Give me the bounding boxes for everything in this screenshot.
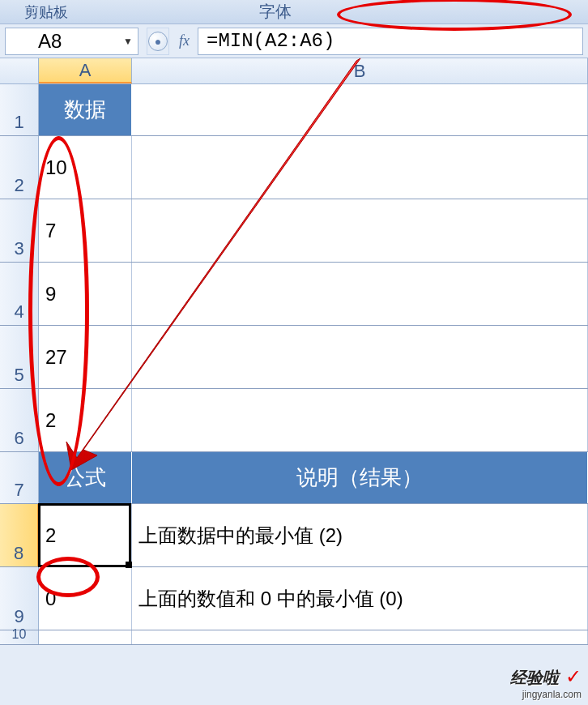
row-7: 7 公式 说明（结果） [0, 452, 588, 504]
formula-input[interactable]: =MIN(A2:A6) [198, 28, 583, 55]
clipboard-group-label: 剪贴板 [24, 2, 68, 22]
cell-b4[interactable] [132, 263, 588, 325]
watermark: 经验啦 ✓ jingyanla.com [510, 665, 582, 700]
cell-a8[interactable]: 2 [39, 504, 132, 566]
formula-text: =MIN(A2:A6) [207, 30, 334, 52]
cell-a3[interactable]: 7 [39, 199, 132, 262]
row-header-2[interactable]: 2 [0, 136, 39, 199]
row-10: 10 [0, 630, 588, 645]
select-all-corner[interactable] [0, 58, 39, 83]
row-6: 6 2 [0, 389, 588, 452]
font-group-label: 字体 [259, 1, 292, 23]
column-header-b[interactable]: B [132, 58, 588, 83]
name-box-value: A8 [38, 30, 62, 53]
column-headers: A B [0, 58, 588, 84]
fx-circle-button[interactable]: ● [147, 28, 169, 55]
cell-b9[interactable]: 上面的数值和 0 中的最小值 (0) [132, 567, 588, 630]
name-box[interactable]: A8 ▼ [5, 28, 138, 55]
cell-b10[interactable] [132, 630, 588, 644]
watermark-url: jingyanla.com [510, 689, 582, 700]
row-5: 5 27 [0, 326, 588, 389]
row-header-1[interactable]: 1 [0, 84, 39, 135]
cell-a1-header[interactable]: 数据 [39, 84, 132, 135]
row-2: 2 10 [0, 136, 588, 199]
column-header-a[interactable]: A [39, 58, 132, 83]
cell-a10[interactable] [39, 630, 132, 644]
ribbon-section-labels: 剪贴板 字体 [0, 0, 588, 24]
grid-rows: 1 数据 2 10 3 7 4 9 5 27 6 2 [0, 84, 588, 645]
formula-bar: A8 ▼ ● fx =MIN(A2:A6) [0, 24, 588, 58]
row-header-7[interactable]: 7 [0, 452, 39, 503]
row-3: 3 7 [0, 199, 588, 263]
cell-a9[interactable]: 0 [39, 567, 132, 630]
row-header-10[interactable]: 10 [0, 630, 39, 644]
cell-a4[interactable]: 9 [39, 263, 132, 325]
cell-a7-header[interactable]: 公式 [39, 452, 132, 503]
cell-b7-header[interactable]: 说明（结果） [132, 452, 588, 503]
circle-icon: ● [148, 32, 168, 51]
row-9: 9 0 上面的数值和 0 中的最小值 (0) [0, 567, 588, 630]
cell-b1[interactable] [132, 84, 588, 135]
watermark-text: 经验啦 [510, 669, 559, 686]
name-box-dropdown-icon[interactable]: ▼ [123, 36, 133, 47]
spreadsheet-grid: A B 1 数据 2 10 3 7 4 9 5 27 6 [0, 58, 588, 645]
cell-a6[interactable]: 2 [39, 389, 132, 451]
row-4: 4 9 [0, 263, 588, 326]
cell-b3[interactable] [132, 199, 588, 262]
row-1: 1 数据 [0, 84, 588, 136]
cell-b2[interactable] [132, 136, 588, 199]
formula-buttons: ● [147, 28, 171, 55]
cell-a5[interactable]: 27 [39, 326, 132, 388]
cell-b6[interactable] [132, 389, 588, 451]
cell-b5[interactable] [132, 326, 588, 388]
row-header-8[interactable]: 8 [0, 504, 39, 566]
watermark-check-icon: ✓ [565, 665, 582, 687]
row-header-3[interactable]: 3 [0, 199, 39, 262]
row-header-6[interactable]: 6 [0, 389, 39, 451]
fx-label[interactable]: fx [179, 32, 190, 49]
cell-a2[interactable]: 10 [39, 136, 132, 199]
row-header-9[interactable]: 9 [0, 567, 39, 630]
row-header-5[interactable]: 5 [0, 326, 39, 388]
cell-b8[interactable]: 上面数据中的最小值 (2) [132, 504, 588, 566]
row-header-4[interactable]: 4 [0, 263, 39, 325]
row-8: 8 2 上面数据中的最小值 (2) [0, 504, 588, 567]
